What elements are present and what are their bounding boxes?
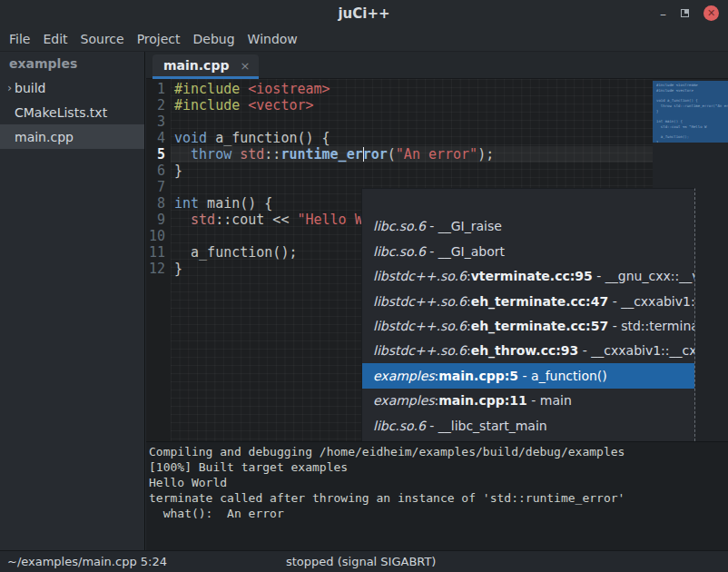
backtrace-frame[interactable]: examples:main.cpp:5 - a_function() xyxy=(362,363,694,388)
line-number: 1 xyxy=(146,81,171,97)
code-line[interactable]: 3 xyxy=(146,113,653,130)
line-number: 11 xyxy=(146,244,171,261)
menu-item[interactable]: Window xyxy=(241,32,304,46)
code-text xyxy=(171,228,174,244)
line-number: 12 xyxy=(146,261,171,277)
terminal-line: Hello World xyxy=(149,475,728,490)
code-line[interactable]: 2 #include <vector> xyxy=(146,97,653,113)
code-text: } xyxy=(171,163,182,179)
backtrace-frame[interactable]: libc.so.6 - __GI_raise xyxy=(362,213,694,238)
code-text: throw std::runtime_error("An error"); xyxy=(171,146,494,163)
close-button[interactable]: ✕ xyxy=(703,5,719,21)
file-tree-item[interactable]: main.cpp xyxy=(0,124,144,149)
terminal-line: Compiling and debugging /home/eidheim/ex… xyxy=(149,444,728,459)
menu-item[interactable]: Source xyxy=(74,32,131,46)
text-cursor xyxy=(363,147,364,162)
menu-item[interactable]: Project xyxy=(131,32,187,46)
minimize-button[interactable]: – xyxy=(660,9,666,18)
expander-icon[interactable]: › xyxy=(0,81,15,94)
tab-main-cpp[interactable]: main.cpp × xyxy=(152,54,259,79)
restore-icon[interactable] xyxy=(681,9,689,17)
backtrace-frame[interactable]: libc.so.6 - __libc_start_main xyxy=(362,413,694,438)
project-name: examples xyxy=(0,52,144,75)
code-text: int main() { xyxy=(171,195,272,212)
file-tree-label: CMakeLists.txt xyxy=(15,105,107,120)
backtrace-frame[interactable]: examples - _start xyxy=(362,439,694,441)
code-text: #include <vector> xyxy=(171,97,314,113)
close-icon: ✕ xyxy=(707,8,715,18)
terminal-line: terminate called after throwing an insta… xyxy=(149,490,728,506)
backtrace-frame[interactable]: libstdc++.so.6:vterminate.cc:95 - __gnu_… xyxy=(362,263,694,288)
backtrace-frame[interactable] xyxy=(362,189,694,213)
line-number: 10 xyxy=(146,228,171,244)
code-line[interactable]: 6 } xyxy=(146,163,653,179)
menu-item[interactable]: Debug xyxy=(187,32,241,46)
backtrace-popup: libc.so.6 - __GI_raiselibc.so.6 - __GI_a… xyxy=(361,188,695,441)
menubar: FileEditSourceProjectDebugWindow xyxy=(0,26,728,52)
terminal-line: what(): An error xyxy=(149,506,728,521)
file-tree-item[interactable]: › build xyxy=(0,75,144,100)
window-title: juCi++ xyxy=(338,5,389,22)
menu-item[interactable]: Edit xyxy=(36,32,74,46)
backtrace-frame[interactable]: examples:main.cpp:11 - main xyxy=(362,389,694,413)
code-text: #include <iostream> xyxy=(171,81,330,97)
line-number: 5 xyxy=(146,146,171,163)
file-tree-label: main.cpp xyxy=(15,130,74,144)
code-text xyxy=(171,179,174,195)
line-number: 6 xyxy=(146,163,171,179)
cursor-location: ~/examples/main.cpp 5:24 xyxy=(0,555,167,568)
line-number: 4 xyxy=(146,130,171,146)
code-text xyxy=(171,113,174,130)
backtrace-frame[interactable]: libstdc++.so.6:eh_throw.cc:93 - __cxxabi… xyxy=(362,339,694,363)
line-number: 7 xyxy=(146,179,171,195)
code-text: a_function(); xyxy=(171,244,297,261)
debug-status: stopped (signal SIGABRT) xyxy=(286,555,436,568)
code-line[interactable]: 1 #include <iostream> xyxy=(146,81,653,97)
menu-item[interactable]: File xyxy=(3,32,36,46)
file-tree-label: build xyxy=(15,81,45,95)
file-tree: › build CMakeLists.txt main.cpp xyxy=(0,75,144,149)
code-text: std::cout << "Hello W xyxy=(171,212,363,228)
line-number: 3 xyxy=(146,113,171,130)
backtrace-frame[interactable]: libstdc++.so.6:eh_terminate.cc:47 - __cx… xyxy=(362,289,694,313)
window-controls: – ✕ xyxy=(660,0,719,26)
code-text: void a_function() { xyxy=(171,130,330,146)
output-terminal: Compiling and debugging /home/eidheim/ex… xyxy=(146,441,728,550)
line-number: 2 xyxy=(146,97,171,113)
tab-close-icon[interactable]: × xyxy=(240,59,250,73)
terminal-line: [100%] Built target examples xyxy=(149,459,728,475)
minimap-code: #include <iostream> #include <vector> vo… xyxy=(653,81,728,143)
statusbar: ~/examples/main.cpp 5:24 stopped (signal… xyxy=(0,550,728,572)
file-tree-item[interactable]: CMakeLists.txt xyxy=(0,100,144,124)
line-number: 9 xyxy=(146,212,171,228)
editor-pane: main.cpp × 1 #include <iostream> 2 #incl… xyxy=(146,52,728,550)
code-editor[interactable]: 1 #include <iostream> 2 #include <vector… xyxy=(146,79,728,441)
code-text: } xyxy=(171,261,182,277)
tab-label: main.cpp xyxy=(163,58,229,73)
code-line[interactable]: 5 throw std::runtime_error("An error"); xyxy=(146,146,653,163)
titlebar: juCi++ – ✕ xyxy=(0,0,728,26)
tabbar: main.cpp × xyxy=(146,52,728,79)
backtrace-frame[interactable]: libstdc++.so.6:eh_terminate.cc:57 - std:… xyxy=(362,313,694,338)
backtrace-frame[interactable]: libc.so.6 - __GI_abort xyxy=(362,239,694,263)
code-line[interactable]: 4 void a_function() { xyxy=(146,130,653,146)
line-number: 8 xyxy=(146,195,171,212)
file-tree-panel: examples › build CMakeLists.txt main.cpp xyxy=(0,52,145,550)
minimap-visible-region[interactable]: #include <iostream> #include <vector> vo… xyxy=(653,81,728,143)
